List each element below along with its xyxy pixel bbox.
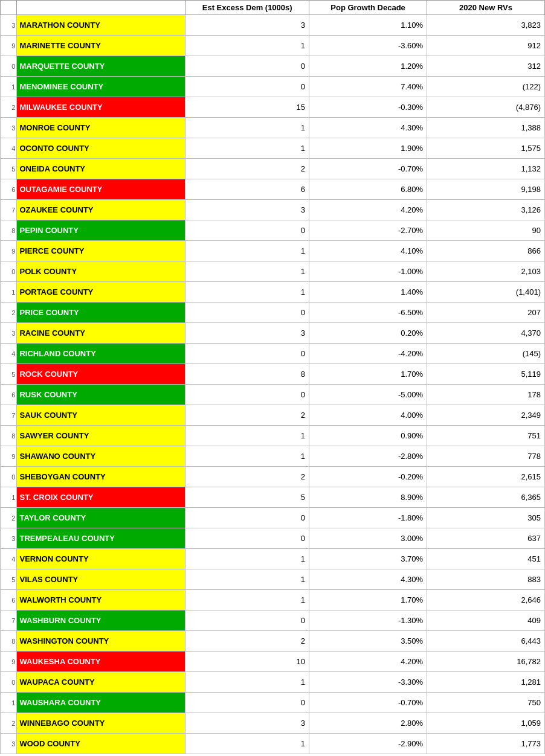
pop-growth: -0.20% — [309, 467, 427, 487]
pop-growth: 2.80% — [309, 713, 427, 734]
excess-dem: 3 — [185, 15, 309, 36]
excess-dem: 1 — [185, 118, 309, 138]
table-row: 4 OCONTO COUNTY 1 1.90% 1,575 — [1, 138, 545, 159]
excess-dem: 1 — [185, 261, 309, 282]
pop-growth: -2.90% — [309, 734, 427, 754]
county-name: ST. CROIX COUNTY — [17, 487, 185, 508]
pop-growth: 6.80% — [309, 179, 427, 200]
pop-growth: 3.70% — [309, 549, 427, 569]
county-name: SHEBOYGAN COUNTY — [17, 467, 185, 487]
county-name: RUSK COUNTY — [17, 385, 185, 405]
row-number: 0 — [1, 672, 17, 693]
county-name: WAUKESHA COUNTY — [17, 652, 185, 672]
row-number: 1 — [1, 77, 17, 97]
row-number: 9 — [1, 241, 17, 261]
row-number: 6 — [1, 385, 17, 405]
table-row: 9 MARINETTE COUNTY 1 -3.60% 912 — [1, 36, 545, 56]
pop-growth: -4.20% — [309, 344, 427, 364]
county-name: MONROE COUNTY — [17, 118, 185, 138]
row-number: 5 — [1, 569, 17, 590]
county-name: PRICE COUNTY — [17, 303, 185, 323]
pop-growth: 7.40% — [309, 77, 427, 97]
excess-dem: 0 — [185, 344, 309, 364]
excess-dem: 0 — [185, 56, 309, 77]
new-rvs: (145) — [427, 344, 545, 364]
county-name: MARATHON COUNTY — [17, 15, 185, 36]
new-rvs: 1,575 — [427, 138, 545, 159]
excess-dem: 1 — [185, 426, 309, 446]
row-number: 5 — [1, 159, 17, 179]
table-row: 2 MILWAUKEE COUNTY 15 -0.30% (4,876) — [1, 97, 545, 118]
new-rvs: 4,370 — [427, 323, 545, 344]
table-row: 5 VILAS COUNTY 1 4.30% 883 — [1, 569, 545, 590]
row-number: 1 — [1, 693, 17, 713]
header-county — [17, 1, 185, 15]
header-excess: Est Excess Dem (1000s) — [185, 1, 309, 15]
county-name: WOOD COUNTY — [17, 734, 185, 754]
county-name: OCONTO COUNTY — [17, 138, 185, 159]
excess-dem: 3 — [185, 323, 309, 344]
excess-dem: 1 — [185, 138, 309, 159]
row-number: 7 — [1, 610, 17, 631]
county-name: PIERCE COUNTY — [17, 241, 185, 261]
excess-dem: 0 — [185, 610, 309, 631]
new-rvs: 1,773 — [427, 734, 545, 754]
excess-dem: 1 — [185, 672, 309, 693]
excess-dem: 3 — [185, 200, 309, 220]
pop-growth: -2.80% — [309, 446, 427, 467]
new-rvs: 637 — [427, 528, 545, 549]
county-name: SHAWANO COUNTY — [17, 446, 185, 467]
county-name: SAWYER COUNTY — [17, 426, 185, 446]
county-data-table: Est Excess Dem (1000s) Pop Growth Decade… — [0, 0, 545, 754]
excess-dem: 2 — [185, 631, 309, 652]
row-number: 1 — [1, 487, 17, 508]
table-row: 1 WAUSHARA COUNTY 0 -0.70% 750 — [1, 693, 545, 713]
row-number: 5 — [1, 364, 17, 385]
excess-dem: 5 — [185, 487, 309, 508]
county-name: PORTAGE COUNTY — [17, 282, 185, 303]
excess-dem: 0 — [185, 77, 309, 97]
row-number: 3 — [1, 323, 17, 344]
table-row: 2 PRICE COUNTY 0 -6.50% 207 — [1, 303, 545, 323]
new-rvs: 2,615 — [427, 467, 545, 487]
excess-dem: 0 — [185, 303, 309, 323]
new-rvs: 1,388 — [427, 118, 545, 138]
pop-growth: 4.20% — [309, 200, 427, 220]
row-number: 0 — [1, 467, 17, 487]
excess-dem: 1 — [185, 446, 309, 467]
table-row: 5 ROCK COUNTY 8 1.70% 5,119 — [1, 364, 545, 385]
excess-dem: 0 — [185, 693, 309, 713]
new-rvs: (1,401) — [427, 282, 545, 303]
row-number: 0 — [1, 56, 17, 77]
pop-growth: 1.20% — [309, 56, 427, 77]
table-row: 9 WAUKESHA COUNTY 10 4.20% 16,782 — [1, 652, 545, 672]
county-name: SAUK COUNTY — [17, 405, 185, 426]
table-row: 0 WAUPACA COUNTY 1 -3.30% 1,281 — [1, 672, 545, 693]
excess-dem: 1 — [185, 569, 309, 590]
new-rvs: 1,132 — [427, 159, 545, 179]
county-name: WAUSHARA COUNTY — [17, 693, 185, 713]
new-rvs: 778 — [427, 446, 545, 467]
excess-dem: 0 — [185, 528, 309, 549]
new-rvs: 312 — [427, 56, 545, 77]
excess-dem: 1 — [185, 549, 309, 569]
pop-growth: 3.50% — [309, 631, 427, 652]
table-row: 0 POLK COUNTY 1 -1.00% 2,103 — [1, 261, 545, 282]
excess-dem: 0 — [185, 220, 309, 241]
new-rvs: 3,823 — [427, 15, 545, 36]
row-number: 2 — [1, 97, 17, 118]
county-name: VERNON COUNTY — [17, 549, 185, 569]
row-number: 8 — [1, 631, 17, 652]
header-newrvs: 2020 New RVs — [427, 1, 545, 15]
new-rvs: 751 — [427, 426, 545, 446]
row-number: 2 — [1, 303, 17, 323]
row-number: 7 — [1, 405, 17, 426]
county-name: ONEIDA COUNTY — [17, 159, 185, 179]
table-row: 4 RICHLAND COUNTY 0 -4.20% (145) — [1, 344, 545, 364]
pop-growth: -1.80% — [309, 508, 427, 528]
row-number: 8 — [1, 426, 17, 446]
row-number: 2 — [1, 508, 17, 528]
pop-growth: 1.70% — [309, 590, 427, 610]
county-name: TAYLOR COUNTY — [17, 508, 185, 528]
pop-growth: -3.60% — [309, 36, 427, 56]
